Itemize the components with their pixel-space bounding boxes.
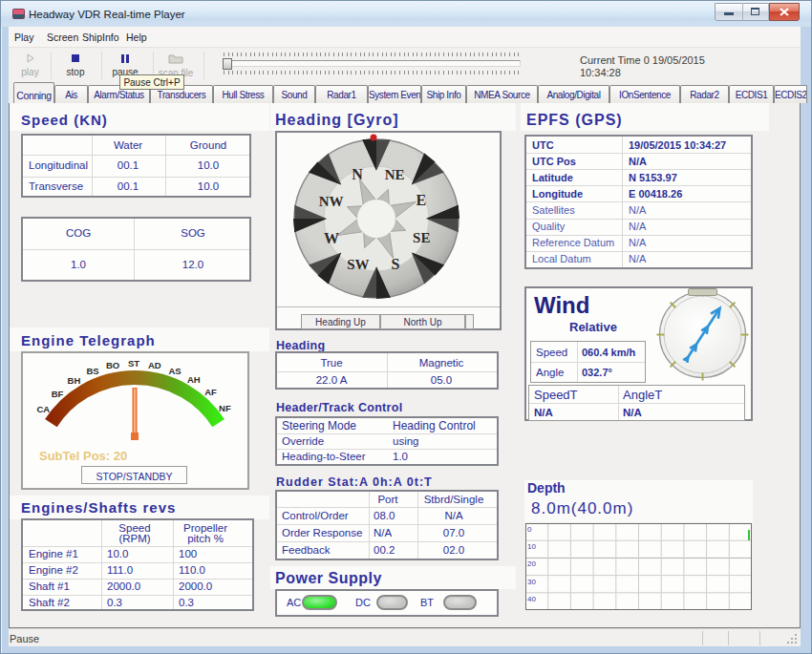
svg-text:W: W xyxy=(324,230,339,246)
svg-text:SE: SE xyxy=(413,230,430,245)
svg-text:NE: NE xyxy=(385,167,405,182)
svg-text:BF: BF xyxy=(52,389,64,399)
svg-text:AD: AD xyxy=(148,360,161,370)
svg-text:BO: BO xyxy=(106,360,119,370)
svg-text:20: 20 xyxy=(527,559,536,568)
svg-text:30: 30 xyxy=(527,578,536,586)
svg-text:40: 40 xyxy=(527,595,536,603)
svg-text:0: 0 xyxy=(527,525,532,534)
svg-text:CA: CA xyxy=(36,404,50,414)
svg-text:AF: AF xyxy=(204,387,217,397)
svg-text:AS: AS xyxy=(168,366,181,376)
svg-text:BS: BS xyxy=(86,366,98,376)
svg-text:10: 10 xyxy=(527,542,536,551)
svg-text:ST: ST xyxy=(128,358,139,369)
svg-text:E: E xyxy=(417,192,427,208)
svg-text:NW: NW xyxy=(319,194,344,209)
svg-text:SW: SW xyxy=(347,257,369,272)
svg-text:S: S xyxy=(391,256,399,272)
svg-text:NF: NF xyxy=(219,403,231,413)
svg-text:N: N xyxy=(352,166,363,182)
svg-text:BH: BH xyxy=(68,375,81,386)
svg-text:AH: AH xyxy=(187,374,201,385)
